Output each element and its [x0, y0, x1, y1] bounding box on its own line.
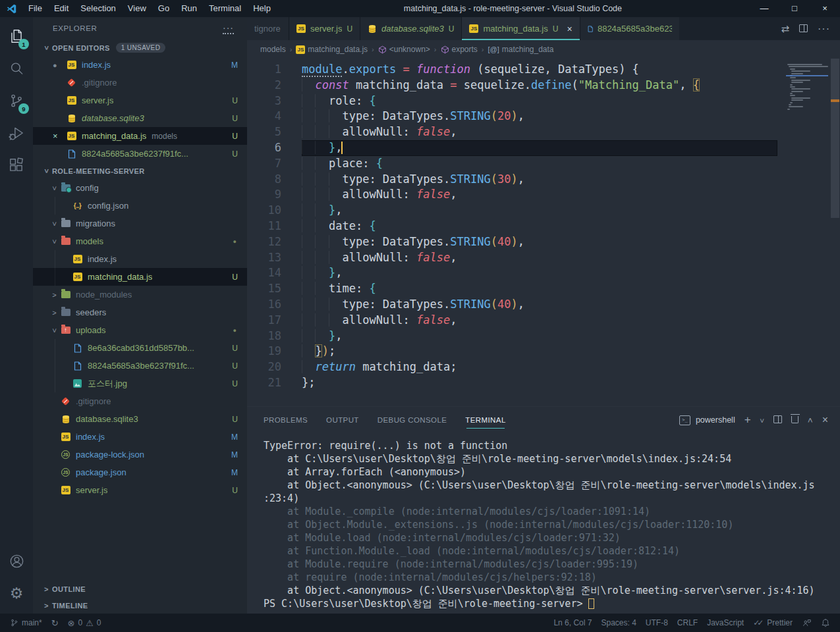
terminal-dropdown-button[interactable]: >	[760, 414, 764, 426]
activity-item-explorer[interactable]: 1	[0, 20, 33, 52]
code-line[interactable]: },	[302, 140, 777, 156]
activity-item-extensions[interactable]	[0, 149, 33, 181]
panel-tab-output[interactable]: OUTPUT	[326, 407, 359, 433]
menu-edit[interactable]: Edit	[48, 0, 74, 17]
tree-item-index.js[interactable]: JSindex.js	[33, 250, 247, 268]
tree-item-.jpg[interactable]: 포스터.jpgU	[33, 375, 247, 392]
tree-item-8e6a36cabd361dd5857bb...[interactable]: 8e6a36cabd361dd5857bb...U	[33, 339, 247, 357]
panel-tab-terminal[interactable]: TERMINAL	[465, 407, 505, 433]
menu-file[interactable]: File	[22, 0, 48, 17]
minimize-button[interactable]: —	[749, 0, 779, 17]
split-terminal-button[interactable]	[773, 414, 782, 426]
editor-scrollbar[interactable]	[831, 59, 839, 218]
activity-item-source-control[interactable]: 9	[0, 84, 33, 117]
shell-name[interactable]: powershell	[696, 415, 735, 425]
status-git-branch[interactable]: main*	[5, 614, 47, 632]
open-editor-item[interactable]: ●JSindex.jsM	[33, 56, 247, 74]
close-button[interactable]: ×	[810, 0, 840, 17]
status-language-mode[interactable]: JavaScript	[702, 618, 748, 627]
tree-item-models[interactable]: >models●	[33, 232, 247, 250]
activity-item-account[interactable]	[0, 545, 33, 577]
editor-tab-database.sqlite3[interactable]: database.sqlite3U	[360, 17, 462, 40]
terminal-output[interactable]: TypeError: require(...) is not a functio…	[247, 433, 840, 614]
code-line[interactable]: role: {	[302, 93, 777, 109]
menu-go[interactable]: Go	[152, 0, 175, 17]
tree-item-package-lock.json[interactable]: JSpackage-lock.jsonM	[33, 446, 247, 463]
code-editor[interactable]: 123456789101112131415161718192021 module…	[247, 59, 840, 406]
open-editor-item[interactable]: 8824a5685a3be6237f91fc...U	[33, 145, 247, 163]
new-terminal-button[interactable]: +	[744, 413, 751, 427]
code-line[interactable]: },	[302, 329, 777, 344]
menu-view[interactable]: View	[122, 0, 152, 17]
code-line[interactable]: module.exports = function (sequelize, Da…	[302, 62, 777, 78]
tree-item-migrations[interactable]: >migrations	[33, 215, 247, 232]
status-notifications[interactable]	[816, 618, 835, 627]
status-sync-changes[interactable]: ↻	[47, 614, 63, 632]
close-icon[interactable]: ×	[53, 131, 66, 141]
code-line[interactable]: allowNull: false,	[302, 187, 777, 203]
code-line[interactable]: return matching_data;	[302, 359, 777, 375]
code-line[interactable]: date: {	[302, 219, 777, 234]
status-cursor-position[interactable]: Ln 6, Col 7	[549, 618, 596, 627]
code-line[interactable]: place: {	[302, 156, 777, 172]
code-line[interactable]: allowNull: false,	[302, 250, 777, 266]
editor-tab-server.js[interactable]: JSserver.jsU	[289, 17, 360, 40]
section-header-timeline[interactable]: >TIMELINE	[33, 597, 247, 614]
status-problems[interactable]: ⊗0⚠0	[63, 614, 106, 632]
status-encoding[interactable]: UTF-8	[641, 618, 673, 627]
tree-item-config[interactable]: >config	[33, 179, 247, 197]
open-changes-button[interactable]: ⇄	[781, 23, 789, 35]
workspace-root-header[interactable]: > ROLE-MEETING-SERVER	[33, 163, 247, 179]
open-editor-item[interactable]: database.sqlite3U	[33, 109, 247, 127]
close-icon[interactable]: ×	[567, 24, 572, 34]
status-eol-sequence[interactable]: CRLF	[673, 618, 702, 627]
tree-item-seeders[interactable]: >seeders	[33, 303, 247, 321]
menu-help[interactable]: Help	[247, 0, 277, 17]
breadcrumb-item[interactable]: <unknown>	[378, 45, 430, 54]
breadcrumb-item[interactable]: models	[260, 45, 286, 54]
tree-item-matching_data.js[interactable]: JSmatching_data.jsU	[33, 268, 247, 286]
code-line[interactable]: allowNull: false,	[302, 313, 777, 329]
code-line[interactable]: },	[302, 203, 777, 219]
code-line[interactable]: const matching_data = sequelize.define("…	[302, 78, 777, 93]
breadcrumb-item[interactable]: JSmatching_data.js	[296, 45, 368, 54]
split-editor-button[interactable]	[799, 23, 808, 35]
menu-selection[interactable]: Selection	[74, 0, 121, 17]
editor-tab-tignore[interactable]: tignore	[247, 17, 289, 40]
tree-item-.gitignore[interactable]: .gitignore	[33, 392, 247, 410]
code-line[interactable]: };	[302, 375, 777, 391]
code-line[interactable]: type: DataTypes.STRING(30),	[302, 172, 777, 188]
tree-item-config.json[interactable]: {..}config.json	[33, 197, 247, 215]
tree-item-server.js[interactable]: JSserver.jsU	[33, 481, 247, 499]
activity-item-search[interactable]	[0, 52, 33, 84]
open-editors-header[interactable]: > OPEN EDITORS 1 UNSAVED	[33, 40, 247, 56]
activity-item-settings[interactable]: ⚙	[0, 577, 33, 610]
more-actions-button[interactable]: ···	[818, 23, 830, 35]
close-panel-button[interactable]: ×	[822, 414, 828, 426]
status-formatter[interactable]: ✓✓Prettier	[748, 618, 797, 627]
activity-item-run-debug[interactable]	[0, 117, 33, 149]
maximize-panel-button[interactable]: >	[808, 414, 813, 426]
section-header-outline[interactable]: >OUTLINE	[33, 581, 247, 597]
tree-item-package.json[interactable]: JSpackage.jsonM	[33, 463, 247, 481]
open-editor-item[interactable]: ×JSmatching_data.jsmodelsU	[33, 127, 247, 145]
code-line[interactable]: },	[302, 265, 777, 281]
code-line[interactable]: allowNull: false,	[302, 124, 777, 140]
tree-item-uploads[interactable]: >uploads●	[33, 321, 247, 339]
tree-item-node_modules[interactable]: >node_modules	[33, 286, 247, 303]
code-line[interactable]: });	[302, 344, 777, 359]
status-feedback[interactable]	[797, 618, 816, 627]
menu-terminal[interactable]: Terminal	[203, 0, 247, 17]
code-line[interactable]: type: DataTypes.STRING(40),	[302, 297, 777, 313]
open-editor-item[interactable]: JSserver.jsU	[33, 92, 247, 109]
breadcrumb-item[interactable]: [@]matching_data	[488, 45, 554, 54]
tree-item-8824a5685a3be6237f91fc...[interactable]: 8824a5685a3be6237f91fc...U	[33, 357, 247, 375]
panel-tab-debug-console[interactable]: DEBUG CONSOLE	[378, 407, 447, 433]
code-line[interactable]: type: DataTypes.STRING(20),	[302, 109, 777, 124]
kill-terminal-button[interactable]	[791, 414, 798, 426]
breadcrumb-item[interactable]: exports	[441, 45, 478, 54]
code-line[interactable]: type: DataTypes.STRING(40),	[302, 234, 777, 250]
tree-item-index.js[interactable]: JSindex.jsM	[33, 428, 247, 446]
code-content[interactable]: module.exports = function (sequelize, Da…	[298, 62, 777, 406]
minimap[interactable]	[787, 64, 826, 111]
